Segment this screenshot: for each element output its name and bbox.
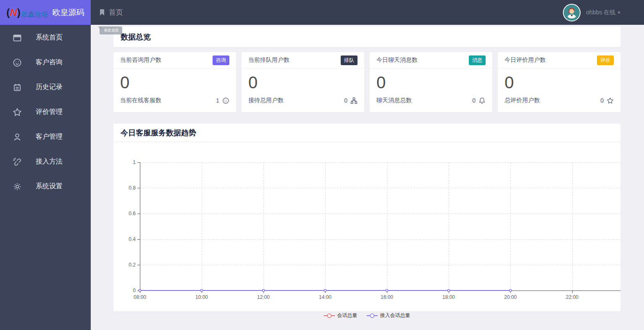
card-footer-label: 接待总用户数 <box>248 97 284 104</box>
card-footer-label: 当前在线客服数 <box>120 97 161 104</box>
svg-text:22:00: 22:00 <box>566 294 578 300</box>
avatar[interactable] <box>563 4 581 21</box>
brand-logo-area[interactable]: (N) 欧皇论坛 欧皇源码 <box>0 0 91 25</box>
sidebar-item-label: 系统设置 <box>36 182 63 191</box>
card-footer-value: 0 <box>600 97 604 104</box>
svg-text:1: 1 <box>133 159 136 165</box>
card-title: 今日评价用户数 <box>505 56 546 64</box>
stat-card-messages: 今日聊天消息数 消息 0 聊天消息总数 0 <box>370 52 492 112</box>
svg-text:0.8: 0.8 <box>129 185 136 191</box>
sidebar-item-label: 客户咨询 <box>36 58 63 67</box>
svg-text:0: 0 <box>133 288 136 293</box>
sidebar-item-label: 系统首页 <box>36 33 63 42</box>
sidebar-item-label: 历史记录 <box>36 83 63 92</box>
chart-panel: 今日客服服务数据趋势 00.20.40.60.8108:0010:0012:00… <box>113 124 620 312</box>
sidebar-item-history[interactable]: 历史记录 <box>0 75 91 100</box>
status-badge: 评价 <box>597 55 614 65</box>
bookmark-icon <box>99 9 105 16</box>
legend-item[interactable]: 会话总量 <box>324 312 357 319</box>
brand-title: 欧皇源码 <box>53 7 84 18</box>
card-title: 当前咨询用户数 <box>120 56 161 64</box>
card-header: 当前咨询用户数 咨询 <box>113 52 236 69</box>
svg-text:0.2: 0.2 <box>129 262 136 268</box>
smiley-icon <box>222 97 229 104</box>
card-header: 当前排队用户数 排队 <box>242 52 364 69</box>
sidebar-item-review-management[interactable]: 评价管理 <box>0 100 91 124</box>
legend-marker-icon <box>367 313 378 318</box>
card-footer: 当前在线客服数 1 <box>113 92 236 109</box>
card-footer: 接待总用户数 0 <box>242 92 364 109</box>
svg-text:0.6: 0.6 <box>129 211 136 216</box>
sidebar-item-system-home[interactable]: 系统首页 <box>0 25 91 50</box>
chart-panel-header: 今日客服服务数据趋势 <box>113 124 620 142</box>
card-header: 今日聊天消息数 消息 <box>370 52 492 69</box>
svg-text:20:00: 20:00 <box>504 294 517 300</box>
sidebar-item-label: 评价管理 <box>36 108 63 116</box>
svg-text:16:00: 16:00 <box>381 294 393 300</box>
card-value: 0 <box>242 69 364 92</box>
overview-title: 数据总览 <box>121 32 151 42</box>
legend-label: 会话总量 <box>337 312 357 319</box>
overview-panel-header: 数据总览 <box>113 26 620 47</box>
stat-card-consulting: 当前咨询用户数 咨询 0 当前在线客服数 1 <box>113 52 236 112</box>
notebook-icon <box>13 83 22 92</box>
svg-text:08:00: 08:00 <box>134 294 146 300</box>
legend-label: 接入会话总量 <box>380 312 410 319</box>
gear-icon <box>13 182 22 191</box>
card-value: 0 <box>113 69 236 92</box>
brand-subtitle: 欧皇论坛 <box>21 10 48 18</box>
card-title: 今日聊天消息数 <box>376 56 418 64</box>
sidebar-item-customer-management[interactable]: 客户管理 <box>0 124 91 149</box>
card-footer-label: 聊天消息总数 <box>376 97 412 104</box>
stat-card-queue: 当前排队用户数 排队 0 接待总用户数 0 <box>242 52 364 112</box>
status-badge: 消息 <box>469 55 486 65</box>
chart-title: 今日客服服务数据趋势 <box>121 128 196 138</box>
sidebar-item-access-method[interactable]: 接入方法 <box>0 149 91 174</box>
card-title: 当前排队用户数 <box>248 56 289 64</box>
sidebar-item-label: 接入方法 <box>36 157 63 166</box>
card-footer: 总评价用户数 0 <box>498 92 620 109</box>
chevron-down-icon: ▼ <box>617 11 621 15</box>
card-value: 0 <box>370 69 492 92</box>
window-icon <box>13 33 22 42</box>
topnav-home[interactable]: 首页 <box>99 8 123 17</box>
star-icon <box>607 97 614 104</box>
legend-item[interactable]: 接入会话总量 <box>367 312 410 319</box>
logo-paren-right: ) <box>17 7 21 18</box>
svg-text:10:00: 10:00 <box>195 294 208 300</box>
smiley-icon <box>13 58 22 67</box>
card-footer: 聊天消息总数 0 <box>370 92 492 109</box>
trend-line-chart[interactable]: 00.20.40.60.8108:0010:0012:0014:0016:001… <box>113 142 620 310</box>
status-badge: 咨询 <box>213 55 229 65</box>
sidebar: (N) 欧皇论坛 欧皇源码 系统首页 客户咨询 <box>0 0 91 330</box>
svg-text:12:00: 12:00 <box>257 294 270 300</box>
org-group-icon <box>350 97 357 104</box>
card-footer-label: 总评价用户数 <box>505 97 540 104</box>
topnav-home-label: 首页 <box>109 8 123 17</box>
chart-legend: 会话总量 接入会话总量 <box>113 312 620 319</box>
topbar: 首页 ohbbs 在线 ▼ <box>91 0 644 25</box>
sidebar-item-system-settings[interactable]: 系统设置 <box>0 174 91 199</box>
stat-card-reviews: 今日评价用户数 评价 0 总评价用户数 0 <box>498 52 620 112</box>
svg-text:0.4: 0.4 <box>129 236 136 242</box>
bell-icon <box>478 97 486 104</box>
card-header: 今日评价用户数 评价 <box>498 52 620 69</box>
card-footer-value: 0 <box>344 97 347 104</box>
sidebar-menu: 系统首页 客户咨询 历史记录 <box>0 25 91 199</box>
page-tab[interactable]: 系统首页 <box>100 26 122 34</box>
stat-cards: 当前咨询用户数 咨询 0 当前在线客服数 1 当前 <box>113 52 620 112</box>
user-menu[interactable]: ohbbs 在线 ▼ <box>563 4 621 21</box>
username-label: ohbbs 在线 ▼ <box>586 9 621 16</box>
star-icon <box>13 108 22 117</box>
logo-letter: N <box>10 7 17 18</box>
svg-text:14:00: 14:00 <box>319 294 331 300</box>
user-icon <box>13 132 22 142</box>
status-badge: 排队 <box>341 55 357 65</box>
card-footer-value: 1 <box>216 97 219 104</box>
sidebar-item-customer-consult[interactable]: 客户咨询 <box>0 50 91 75</box>
card-footer-value: 0 <box>472 97 476 104</box>
legend-marker-icon <box>324 313 335 318</box>
brand-logo: (N) 欧皇论坛 <box>6 7 48 18</box>
broken-link-icon <box>13 157 22 166</box>
card-value: 0 <box>498 69 620 92</box>
